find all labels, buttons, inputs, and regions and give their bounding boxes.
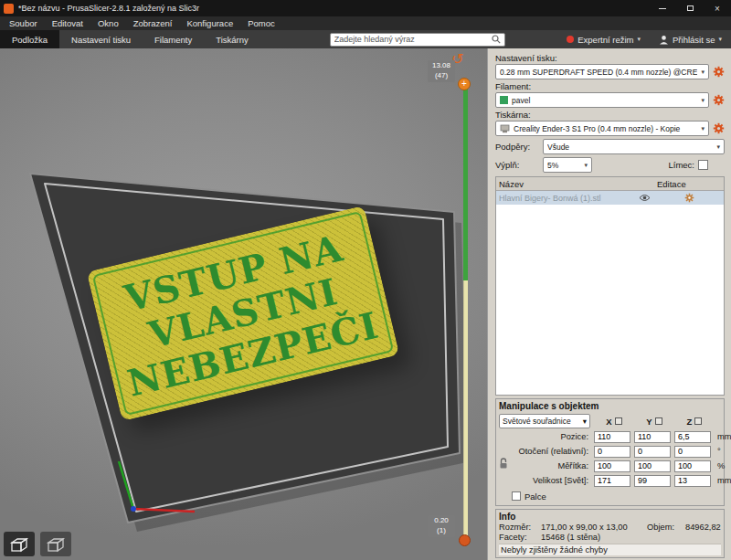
size-info-label: Rozměr: (499, 523, 541, 532)
infill-select[interactable]: 5%▾ (543, 157, 592, 173)
position-label: Pozice: (499, 432, 594, 441)
position-y-field[interactable] (634, 431, 671, 443)
object-edit-button[interactable] (657, 193, 721, 203)
size-z-field[interactable] (674, 475, 711, 487)
layer-slider-track-upper[interactable] (463, 81, 468, 280)
rotation-y-field[interactable] (634, 446, 671, 458)
axis-x-icon (615, 417, 622, 425)
filament-gear-icon[interactable] (713, 94, 725, 106)
view-cube-button[interactable] (4, 532, 35, 556)
facets-label: Facety: (499, 533, 541, 542)
scale-x-field[interactable] (594, 460, 630, 472)
sidebar: Nastavení tisku: 0.28 mm SUPERDRAFT SPEE… (487, 48, 731, 560)
rotation-x-field[interactable] (594, 446, 630, 458)
brim-label: Límec: (668, 160, 694, 170)
bed-view-button[interactable] (40, 532, 71, 556)
menu-konfigurace[interactable]: Konfigurace (179, 16, 240, 30)
size-info-value: 171,00 x 99,00 x 13,00 (541, 523, 647, 532)
tab-filamenty[interactable]: Filamenty (143, 30, 204, 48)
printer-gear-icon[interactable] (713, 122, 725, 134)
layer-slider-upper-handle[interactable]: + (458, 78, 471, 90)
layer-slider-top-label: 13.08 (47) (428, 60, 455, 82)
maximize-icon (687, 5, 694, 11)
object-row[interactable]: Hlavní Bigery- Bonwá (1).stl (496, 191, 724, 205)
filament-color-swatch (500, 96, 508, 104)
prusaslicer-window: *Bez názvu - PrusaSlicer-2.8.1 založený … (0, 0, 731, 560)
menu-soubor[interactable]: Soubor (2, 16, 45, 30)
menu-pomoc[interactable]: Pomoc (240, 16, 282, 30)
app-logo-icon (4, 4, 14, 14)
inches-label: Palce (524, 491, 546, 502)
chevron-down-icon: ▾ (718, 36, 722, 43)
close-icon: × (715, 4, 720, 14)
print-settings-label: Nastavení tisku: (495, 53, 725, 63)
axis-y-icon (655, 417, 662, 425)
user-icon (659, 35, 669, 45)
search-box[interactable] (330, 33, 505, 47)
eye-icon (639, 194, 651, 202)
3d-viewport[interactable]: VSTUP NA VLASTNI NEBEZPEČI ↺ 13.08 (47) … (0, 48, 487, 560)
maximize-button[interactable] (676, 0, 704, 16)
menubar: Soubor Editovat Okno Zobrazení Konfigura… (0, 16, 731, 30)
layer-slider-bottom-label: 0.20 (1) (428, 515, 455, 537)
rotation-z-field[interactable] (674, 446, 711, 458)
rotation-label: Otočení (relativní): (499, 447, 594, 456)
scale-label: Měřítka: (499, 461, 594, 470)
visibility-toggle[interactable] (631, 194, 657, 202)
status-message: Nebyly zjištěny žádné chyby (499, 544, 721, 555)
uniform-scale-lock-icon[interactable] (499, 458, 508, 470)
scale-y-field[interactable] (634, 460, 671, 472)
printer-select[interactable]: Creality Ender-3 S1 Pro (0.4 mm nozzle) … (495, 121, 709, 136)
column-edit: Editace (657, 179, 721, 189)
position-z-field[interactable] (674, 431, 711, 443)
menu-okno[interactable]: Okno (90, 16, 126, 30)
tabbar: Podložka Nastavení tisku Filamenty Tiská… (0, 30, 731, 48)
object-list-header: Název Editace (496, 177, 724, 191)
print-settings-gear-icon[interactable] (713, 66, 725, 78)
login-button[interactable]: Přihlásit se (673, 35, 715, 45)
search-input[interactable] (334, 35, 492, 44)
size-y-field[interactable] (634, 475, 671, 487)
print-settings-select[interactable]: 0.28 mm SUPERDRAFT SPEED (0.4 mm nozzle)… (495, 64, 709, 79)
size-x-field[interactable] (594, 475, 630, 487)
search-icon (492, 35, 501, 44)
volume-label: Objem: (647, 523, 685, 532)
supports-select[interactable]: Všude▾ (543, 139, 725, 154)
column-name: Název (499, 179, 631, 189)
cube-icon (8, 535, 30, 554)
object-list: Název Editace Hlavní Bigery- Bonwá (1).s… (495, 176, 725, 396)
cube-icon (45, 535, 67, 554)
tab-tiskarny[interactable]: Tiskárny (204, 30, 260, 48)
tab-podlozka[interactable]: Podložka (0, 30, 59, 48)
close-button[interactable]: × (704, 0, 731, 16)
minimize-button[interactable] (649, 0, 676, 16)
infill-label: Výplň: (495, 160, 539, 170)
scale-z-field[interactable] (674, 460, 711, 472)
chevron-down-icon: ▾ (638, 36, 641, 43)
filament-select[interactable]: pavel▾ (495, 92, 709, 108)
expert-mode-icon (567, 36, 574, 43)
manipulation-title: Manipulace s objektem (499, 401, 721, 411)
inches-checkbox[interactable] (512, 491, 521, 501)
minimize-icon (659, 8, 666, 9)
axis-header-z: Z (674, 417, 715, 427)
printer-label: Tiskárna: (495, 110, 725, 120)
printer-icon (500, 124, 510, 133)
brim-checkbox[interactable] (698, 160, 708, 170)
menu-zobrazeni[interactable]: Zobrazení (126, 16, 180, 30)
info-panel: Info Rozměr: 171,00 x 99,00 x 13,00 Obje… (495, 509, 725, 558)
tab-nastaveni-tisku[interactable]: Nastavení tisku (59, 30, 143, 48)
titlebar: *Bez názvu - PrusaSlicer-2.8.1 založený … (0, 0, 731, 16)
info-title: Info (499, 512, 721, 522)
size-label: Velikost [Svět]: (499, 476, 594, 485)
object-manipulation-panel: Manipulace s objektem Světové souřadnice… (495, 398, 725, 506)
layer-slider-track-lower[interactable] (463, 280, 468, 538)
expert-mode-selector[interactable]: Expertní režim (577, 35, 633, 45)
coordinates-select[interactable]: Světové souřadnice▾ (499, 414, 590, 428)
menu-editovat[interactable]: Editovat (45, 16, 90, 30)
position-x-field[interactable] (594, 431, 630, 443)
filament-label: Filament: (495, 81, 725, 91)
edit-gear-icon (684, 193, 694, 203)
layer-slider-lower-handle[interactable] (459, 534, 471, 546)
axis-header-x: X (594, 417, 634, 427)
